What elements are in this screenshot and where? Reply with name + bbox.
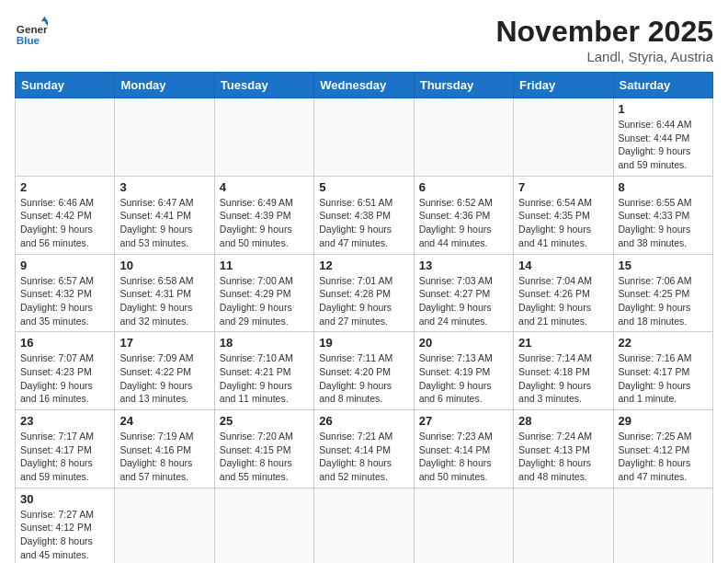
calendar-cell — [214, 98, 313, 177]
calendar-cell: 13Sunrise: 7:03 AMSunset: 4:27 PMDayligh… — [414, 254, 513, 332]
title-block: November 2025 Landl, Styria, Austria — [495, 15, 713, 64]
calendar-cell: 16Sunrise: 7:07 AMSunset: 4:23 PMDayligh… — [16, 332, 115, 410]
day-info: Sunrise: 7:07 AMSunset: 4:23 PMDaylight:… — [20, 351, 109, 406]
day-number: 15 — [619, 259, 708, 272]
day-number: 30 — [20, 492, 109, 506]
day-info: Sunrise: 7:06 AMSunset: 4:25 PMDaylight:… — [619, 274, 708, 328]
day-info: Sunrise: 6:49 AMSunset: 4:39 PMDaylight:… — [220, 196, 309, 250]
day-info: Sunrise: 7:00 AMSunset: 4:29 PMDaylight:… — [220, 274, 309, 328]
weekday-header-row: SundayMondayTuesdayWednesdayThursdayFrid… — [16, 73, 713, 98]
week-row-4: 16Sunrise: 7:07 AMSunset: 4:23 PMDayligh… — [16, 332, 713, 410]
calendar: SundayMondayTuesdayWednesdayThursdayFrid… — [15, 72, 713, 563]
week-row-1: 1Sunrise: 6:44 AMSunset: 4:44 PMDaylight… — [16, 98, 713, 177]
day-info: Sunrise: 7:23 AMSunset: 4:14 PMDaylight:… — [419, 430, 508, 484]
day-number: 27 — [419, 414, 508, 428]
calendar-cell: 23Sunrise: 7:17 AMSunset: 4:17 PMDayligh… — [16, 410, 115, 488]
calendar-cell: 29Sunrise: 7:25 AMSunset: 4:12 PMDayligh… — [613, 410, 712, 488]
day-number: 24 — [119, 414, 209, 428]
day-number: 20 — [419, 336, 508, 350]
day-number: 1 — [619, 102, 708, 116]
calendar-cell: 27Sunrise: 7:23 AMSunset: 4:14 PMDayligh… — [414, 410, 513, 488]
day-number: 12 — [319, 259, 408, 272]
day-info: Sunrise: 7:13 AMSunset: 4:19 PMDaylight:… — [419, 351, 508, 406]
calendar-cell: 24Sunrise: 7:19 AMSunset: 4:16 PMDayligh… — [115, 410, 214, 488]
calendar-cell — [214, 488, 313, 563]
calendar-cell: 8Sunrise: 6:55 AMSunset: 4:33 PMDaylight… — [613, 176, 712, 254]
day-info: Sunrise: 6:51 AMSunset: 4:38 PMDaylight:… — [319, 196, 408, 250]
weekday-header-wednesday: Wednesday — [314, 73, 414, 98]
day-number: 29 — [619, 414, 708, 428]
day-info: Sunrise: 7:24 AMSunset: 4:13 PMDaylight:… — [518, 430, 608, 484]
weekday-header-friday: Friday — [514, 73, 613, 98]
calendar-cell: 15Sunrise: 7:06 AMSunset: 4:25 PMDayligh… — [613, 254, 712, 332]
day-info: Sunrise: 7:27 AMSunset: 4:12 PMDaylight:… — [20, 508, 109, 562]
day-info: Sunrise: 6:46 AMSunset: 4:42 PMDaylight:… — [20, 196, 109, 250]
calendar-cell — [314, 488, 414, 563]
day-number: 9 — [20, 259, 109, 272]
day-info: Sunrise: 7:20 AMSunset: 4:15 PMDaylight:… — [220, 430, 309, 484]
calendar-cell: 7Sunrise: 6:54 AMSunset: 4:35 PMDaylight… — [514, 176, 613, 254]
day-number: 23 — [20, 414, 109, 428]
day-info: Sunrise: 7:01 AMSunset: 4:28 PMDaylight:… — [319, 274, 408, 328]
day-info: Sunrise: 7:16 AMSunset: 4:17 PMDaylight:… — [619, 351, 708, 406]
calendar-cell: 9Sunrise: 6:57 AMSunset: 4:32 PMDaylight… — [16, 254, 115, 332]
calendar-cell — [414, 488, 513, 563]
calendar-cell — [613, 488, 712, 563]
calendar-cell — [314, 98, 414, 177]
day-info: Sunrise: 7:14 AMSunset: 4:18 PMDaylight:… — [518, 351, 608, 406]
calendar-cell: 25Sunrise: 7:20 AMSunset: 4:15 PMDayligh… — [214, 410, 313, 488]
day-number: 16 — [20, 336, 109, 350]
calendar-cell: 22Sunrise: 7:16 AMSunset: 4:17 PMDayligh… — [613, 332, 712, 410]
calendar-cell: 18Sunrise: 7:10 AMSunset: 4:21 PMDayligh… — [214, 332, 313, 410]
day-number: 17 — [119, 336, 209, 350]
calendar-cell: 26Sunrise: 7:21 AMSunset: 4:14 PMDayligh… — [314, 410, 414, 488]
day-number: 28 — [518, 414, 608, 428]
calendar-cell: 21Sunrise: 7:14 AMSunset: 4:18 PMDayligh… — [514, 332, 613, 410]
day-number: 22 — [619, 336, 708, 350]
day-number: 2 — [20, 180, 109, 194]
calendar-cell: 11Sunrise: 7:00 AMSunset: 4:29 PMDayligh… — [214, 254, 313, 332]
week-row-6: 30Sunrise: 7:27 AMSunset: 4:12 PMDayligh… — [16, 488, 713, 563]
day-number: 25 — [220, 414, 309, 428]
day-number: 7 — [518, 180, 608, 194]
day-number: 13 — [419, 259, 508, 272]
calendar-cell — [16, 98, 115, 177]
day-number: 3 — [119, 180, 209, 194]
weekday-header-thursday: Thursday — [414, 73, 513, 98]
weekday-header-saturday: Saturday — [613, 73, 712, 98]
calendar-cell: 4Sunrise: 6:49 AMSunset: 4:39 PMDaylight… — [214, 176, 313, 254]
calendar-cell: 12Sunrise: 7:01 AMSunset: 4:28 PMDayligh… — [314, 254, 414, 332]
day-number: 26 — [319, 414, 408, 428]
calendar-cell: 30Sunrise: 7:27 AMSunset: 4:12 PMDayligh… — [16, 488, 115, 563]
calendar-cell — [115, 98, 214, 177]
calendar-cell: 28Sunrise: 7:24 AMSunset: 4:13 PMDayligh… — [514, 410, 613, 488]
calendar-cell: 3Sunrise: 6:47 AMSunset: 4:41 PMDaylight… — [115, 176, 214, 254]
page-header: General Blue November 2025 Landl, Styria… — [15, 15, 713, 64]
day-info: Sunrise: 6:58 AMSunset: 4:31 PMDaylight:… — [119, 274, 209, 328]
day-info: Sunrise: 6:52 AMSunset: 4:36 PMDaylight:… — [419, 196, 508, 250]
day-number: 19 — [319, 336, 408, 350]
day-number: 8 — [619, 180, 708, 194]
calendar-cell: 14Sunrise: 7:04 AMSunset: 4:26 PMDayligh… — [514, 254, 613, 332]
calendar-cell — [414, 98, 513, 177]
day-info: Sunrise: 7:11 AMSunset: 4:20 PMDaylight:… — [319, 351, 408, 406]
calendar-cell: 2Sunrise: 6:46 AMSunset: 4:42 PMDaylight… — [16, 176, 115, 254]
calendar-cell: 20Sunrise: 7:13 AMSunset: 4:19 PMDayligh… — [414, 332, 513, 410]
day-info: Sunrise: 7:17 AMSunset: 4:17 PMDaylight:… — [20, 430, 109, 484]
day-info: Sunrise: 7:10 AMSunset: 4:21 PMDaylight:… — [220, 351, 309, 406]
day-info: Sunrise: 7:09 AMSunset: 4:22 PMDaylight:… — [119, 351, 209, 406]
day-info: Sunrise: 6:47 AMSunset: 4:41 PMDaylight:… — [119, 196, 209, 250]
weekday-header-tuesday: Tuesday — [214, 73, 313, 98]
logo: General Blue — [15, 15, 48, 48]
calendar-cell: 17Sunrise: 7:09 AMSunset: 4:22 PMDayligh… — [115, 332, 214, 410]
weekday-header-monday: Monday — [115, 73, 214, 98]
weekday-header-sunday: Sunday — [16, 73, 115, 98]
calendar-cell: 10Sunrise: 6:58 AMSunset: 4:31 PMDayligh… — [115, 254, 214, 332]
month-title: November 2025 — [495, 15, 713, 49]
day-number: 18 — [220, 336, 309, 350]
week-row-5: 23Sunrise: 7:17 AMSunset: 4:17 PMDayligh… — [16, 410, 713, 488]
day-number: 6 — [419, 180, 508, 194]
day-number: 5 — [319, 180, 408, 194]
day-info: Sunrise: 7:04 AMSunset: 4:26 PMDaylight:… — [518, 274, 608, 328]
day-number: 4 — [220, 180, 309, 194]
